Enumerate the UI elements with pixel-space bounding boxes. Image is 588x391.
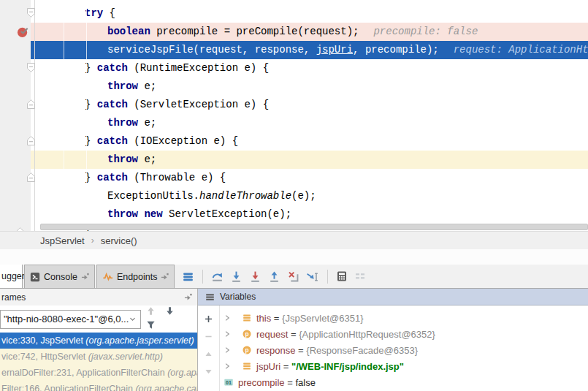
move-watch-up-button[interactable] [204,349,213,359]
indent-guide [86,0,87,231]
code-text: catch [97,99,128,110]
code-text: boolean [107,26,150,37]
primitive-icon: 01 [224,377,234,387]
variables-body: this = {JspServlet@6351}prequest = {Appl… [198,305,588,391]
code-text: , precompile); [353,44,439,56]
frames-panel: rames "http-nio-8080-exec-1"@6,0... vice… [0,289,198,391]
console-icon [30,272,40,282]
code-line[interactable]: serviceJspFile(request, response, jspUri… [0,41,588,59]
code-text: (IOException e) { [128,135,238,147]
code-line[interactable]: throw e; [0,114,588,132]
equals-sign: = [271,313,282,324]
tab-console-label: Console [44,272,77,282]
fold-marker-icon[interactable] [27,136,35,145]
step-out-button[interactable] [267,270,281,284]
code-line[interactable]: throw e; [0,77,588,96]
force-step-into-button[interactable] [248,270,262,284]
previous-frame-button[interactable] [141,305,160,316]
code-text: ServletException(e); [163,208,291,220]
inline-debug-hint: request: ApplicationHttpRe [454,44,588,56]
fold-marker-icon[interactable] [16,227,24,231]
layout-settings-button[interactable] [354,270,367,283]
drop-frame-button[interactable] [286,270,300,284]
add-watch-button[interactable] [204,314,213,324]
expand-chevron-icon[interactable] [223,330,232,338]
endpoints-icon [102,271,113,282]
variable-row[interactable]: prequest = {ApplicationHttpRequest@6352} [220,326,588,342]
variable-row[interactable]: presponse = {ResponseFacade@6353} [220,342,588,358]
tab-debugger[interactable]: ugger [0,265,23,288]
fold-marker-icon[interactable] [27,99,35,109]
debug-toolbar: ugger Console Endpoints [0,265,588,289]
watches-toolbar [198,305,220,391]
move-watch-down-button[interactable] [204,367,213,376]
variable-name: request [256,329,288,340]
evaluate-expression-button[interactable] [335,270,348,283]
thread-selector[interactable]: "http-nio-8080-exec-1"@6,0... [0,310,141,329]
float-window-icon[interactable] [161,273,169,281]
variable-row[interactable]: jspUri = "/WEB-INF/jsp/index.jsp" [220,358,588,374]
intellij-debugger-window: { "colors": { "execution_line": "#2263b5… [0,0,588,391]
remove-watch-button[interactable] [204,332,213,341]
step-over-button[interactable] [210,270,224,284]
menu-icon[interactable] [205,292,215,302]
code-text: throw [107,80,138,92]
fold-marker-icon[interactable] [27,8,35,18]
equals-sign: = [295,345,306,356]
stack-frame-row[interactable]: ernalDoFilter:231, ApplicationFilterChai… [0,365,197,381]
variable-value: {ApplicationHttpRequest@6352} [299,329,435,340]
code-line[interactable]: try { [0,4,588,23]
frames-toolbar-buttons [141,305,197,333]
tab-endpoints-label: Endpoints [117,272,158,282]
frame-location: ernalDoFilter:231, ApplicationFilterChai… [1,368,167,378]
tab-endpoints[interactable]: Endpoints [96,265,175,288]
code-line[interactable]: ExceptionUtils.handleThrowable(e); [0,187,588,205]
code-line[interactable]: throw new ServletException(e); [0,205,588,224]
code-line[interactable]: boolean precompile = preCompile(request)… [0,23,588,41]
fold-marker-icon[interactable] [27,63,35,72]
breadcrumb-method[interactable]: service() [101,235,137,246]
indent-guide [64,0,64,231]
stack-frame-row[interactable]: vice:330, JspServlet (org.apache.jasper.… [0,333,197,349]
variable-value: false [295,377,315,388]
float-window-icon[interactable] [184,293,192,301]
hide-library-frames-button[interactable] [141,319,160,330]
variable-value: {ResponseFacade@6353} [306,345,418,356]
field-icon [242,313,252,323]
debug-panels: rames "http-nio-8080-exec-1"@6,0... vice… [0,289,588,391]
fold-marker-icon[interactable] [27,172,35,182]
run-to-cursor-button[interactable] [305,270,320,284]
stack-frame-row[interactable]: vice:742, HttpServlet (javax.servlet.htt… [0,349,197,365]
frame-location: vice:742, HttpServlet [1,352,88,362]
variable-row[interactable]: this = {JspServlet@6351} [220,310,588,326]
spacer [0,249,588,265]
breakpoint-icon[interactable] [17,26,29,38]
inline-debug-hint: precompile: false [373,26,478,37]
code-line[interactable]: } catch (ServletException e) { [0,96,588,114]
step-into-button[interactable] [229,270,243,284]
next-frame-button[interactable] [160,305,179,316]
stack-frame-row[interactable]: Filter:166, ApplicationFilterChain (org.… [0,381,197,391]
code-text: (Throwable e) { [128,172,226,183]
variables-panel-header: Variables [198,289,588,305]
code-text: e; [138,153,156,165]
code-line[interactable]: throw e; [0,151,588,169]
float-window-icon[interactable] [81,273,89,281]
frames-toolbar: "http-nio-8080-exec-1"@6,0... [0,305,197,333]
breadcrumb-class[interactable]: JspServlet [40,235,85,246]
horizontal-scrollbar[interactable] [40,224,588,230]
expand-chevron-icon[interactable] [223,362,232,371]
code-line[interactable]: } catch (IOException e) { [0,132,588,151]
code-text: precompile = preCompile(request); [150,26,359,37]
expand-chevron-icon[interactable] [223,346,232,354]
code-line[interactable]: } catch (RuntimeException e) { [0,59,588,77]
code-text: serviceJspFile(request, response, [107,44,316,56]
code-line[interactable]: } catch (Throwable e) { [0,169,588,187]
tab-console[interactable]: Console [24,265,95,288]
variable-row[interactable]: 01precompile = false [220,374,588,390]
toolbar-separator [327,270,328,284]
variables-title: Variables [220,292,256,302]
code-text: catch [97,172,128,183]
expand-chevron-icon[interactable] [223,314,232,322]
menu-button[interactable] [181,270,195,284]
